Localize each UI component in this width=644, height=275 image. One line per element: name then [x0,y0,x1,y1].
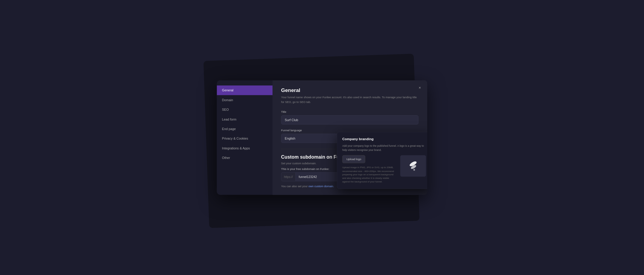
sidebar-item-integrations-apps[interactable]: Integrations & Apps [217,143,273,153]
sidebar-item-lead-form[interactable]: Lead form [217,114,273,124]
sidebar-item-privacy-cookies[interactable]: Privacy & Cookies [217,134,273,143]
main-content-area: × General Your funnel name shows on your… [273,80,427,195]
sidebar-item-domain[interactable]: Domain [217,95,273,105]
sidebar-item-general[interactable]: General [217,85,273,95]
sidebar-item-other[interactable]: Other [217,153,273,162]
section-description: Your funnel name shows on your Funlee ac… [281,95,419,104]
language-label: Funnel language [281,129,419,132]
branding-popup-desc: Add your company logo to the published f… [342,144,426,152]
branding-popup: Company branding Add your company logo t… [337,132,427,189]
subdomain-prefix: https:// [281,172,296,181]
title-label: Title [281,110,419,113]
section-title: General [281,87,419,93]
branding-popup-title: Company branding [342,137,426,141]
custom-domain-link[interactable]: own custom domain. [309,185,334,188]
settings-modal: General Domain SEO Lead form End page Pr… [217,80,427,195]
upload-hint: Upload image in PNG, JPG or SVG, up to 2… [342,166,397,183]
logo-preview [400,155,426,177]
branding-popup-body: Upload logo Upload image in PNG, JPG or … [342,155,426,184]
sidebar-item-end-page[interactable]: End page [217,124,273,134]
sidebar-item-seo[interactable]: SEO [217,105,273,114]
logo-preview-icon [407,160,419,172]
upload-logo-button[interactable]: Upload logo [342,155,365,163]
close-button[interactable]: × [417,85,423,90]
branding-left: Upload logo Upload image in PNG, JPG or … [342,155,397,184]
settings-sidebar: General Domain SEO Lead form End page Pr… [217,80,273,195]
svg-point-2 [414,169,415,171]
title-input[interactable] [281,115,419,124]
